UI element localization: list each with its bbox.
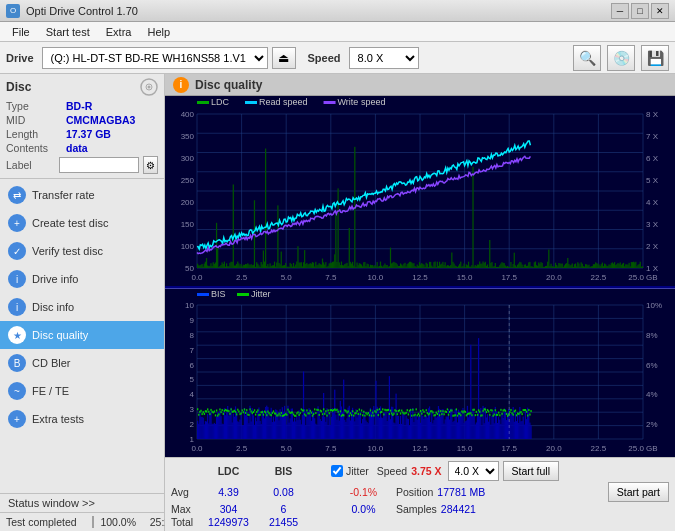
speed-label: Speed <box>308 52 341 64</box>
bottom-chart <box>165 289 675 457</box>
type-val: BD-R <box>66 100 92 112</box>
contents-val: data <box>66 142 88 154</box>
maximize-button[interactable]: □ <box>631 3 649 19</box>
verify-icon: ✓ <box>8 242 26 260</box>
close-button[interactable]: ✕ <box>651 3 669 19</box>
jitter-checkbox[interactable] <box>331 465 343 477</box>
eject-button[interactable]: ⏏ <box>272 47 296 69</box>
speed-select[interactable]: 8.0 X <box>349 47 419 69</box>
title-bar: O Opti Drive Control 1.70 ─ □ ✕ <box>0 0 675 22</box>
nav-disc-quality[interactable]: ★ Disc quality <box>0 321 164 349</box>
minimize-button[interactable]: ─ <box>611 3 629 19</box>
nav-disc-info-label: Disc info <box>32 301 74 313</box>
max-ldc: 304 <box>201 503 256 515</box>
ldc-header: LDC <box>201 465 256 477</box>
nav-verify-test-disc[interactable]: ✓ Verify test disc <box>0 237 164 265</box>
drive-label: Drive <box>6 52 34 64</box>
nav-transfer-rate-label: Transfer rate <box>32 189 95 201</box>
progress-bar <box>92 516 94 528</box>
avg-label: Avg <box>171 486 201 498</box>
test-completed-row: Test completed 100.0% 25:24 <box>0 512 164 531</box>
sidebar: Disc Type BD-R MID CMCMAGBA3 Length <box>0 74 165 531</box>
samples-value: 284421 <box>441 503 476 515</box>
disc-panel: Disc Type BD-R MID CMCMAGBA3 Length <box>0 74 164 179</box>
progress-percent: 100.0% <box>100 516 136 528</box>
samples-label: Samples <box>396 503 437 515</box>
avg-ldc: 4.39 <box>201 486 256 498</box>
nav-drive-info[interactable]: i Drive info <box>0 265 164 293</box>
cd-bler-icon: B <box>8 354 26 372</box>
app-icon: O <box>6 4 20 18</box>
main-layout: Disc Type BD-R MID CMCMAGBA3 Length <box>0 74 675 531</box>
speed-display: 3.75 X <box>411 465 441 477</box>
disc-quality-header: i Disc quality <box>165 74 675 96</box>
status-window-button[interactable]: Status window >> <box>8 497 95 509</box>
max-bis: 6 <box>256 503 311 515</box>
nav-fe-te-label: FE / TE <box>32 385 69 397</box>
drive-select[interactable]: (Q:) HL-DT-ST BD-RE WH16NS58 1.V1 <box>42 47 268 69</box>
nav-cd-bler-label: CD Bler <box>32 357 71 369</box>
charts-area <box>165 96 675 457</box>
disc-quality-icon: ★ <box>8 326 26 344</box>
svg-point-2 <box>148 86 151 89</box>
bis-header: BIS <box>256 465 311 477</box>
length-val: 17.37 GB <box>66 128 111 140</box>
contents-key: Contents <box>6 142 66 154</box>
stats-panel: LDC BIS Jitter Speed 3.75 X 4.0 X 8.0 X … <box>165 457 675 531</box>
nav-extra-tests-label: Extra tests <box>32 413 84 425</box>
disc-quality-header-icon: i <box>173 77 189 93</box>
nav-fe-te[interactable]: ~ FE / TE <box>0 377 164 405</box>
total-bis: 21455 <box>256 516 311 528</box>
length-key: Length <box>6 128 66 140</box>
fe-te-icon: ~ <box>8 382 26 400</box>
create-test-icon: + <box>8 214 26 232</box>
label-key: Label <box>6 159 55 171</box>
disc-icon <box>140 78 158 96</box>
nav-disc-quality-label: Disc quality <box>32 329 88 341</box>
avg-jitter: -0.1% <box>331 486 396 498</box>
action-buttons: Start full <box>503 461 560 481</box>
position-value: 17781 MB <box>437 486 485 498</box>
speed-header: Speed <box>377 465 407 477</box>
nav-create-test-disc[interactable]: + Create test disc <box>0 209 164 237</box>
label-settings-button[interactable]: ⚙ <box>143 156 158 174</box>
position-label: Position <box>396 486 433 498</box>
save-button[interactable]: 💾 <box>641 45 669 71</box>
top-chart-canvas <box>165 96 675 286</box>
label-input[interactable] <box>59 157 139 173</box>
disc-panel-title: Disc <box>6 80 31 94</box>
nav-create-label: Create test disc <box>32 217 108 229</box>
disc-quality-title: Disc quality <box>195 78 262 92</box>
menu-start-test[interactable]: Start test <box>38 24 98 40</box>
scan-button[interactable]: 🔍 <box>573 45 601 71</box>
menu-file[interactable]: File <box>4 24 38 40</box>
bottom-chart-canvas <box>165 289 675 457</box>
drive-toolbar: Drive (Q:) HL-DT-ST BD-RE WH16NS58 1.V1 … <box>0 42 675 74</box>
nav-items: ⇄ Transfer rate + Create test disc ✓ Ver… <box>0 179 164 493</box>
nav-transfer-rate[interactable]: ⇄ Transfer rate <box>0 181 164 209</box>
nav-disc-info[interactable]: i Disc info <box>0 293 164 321</box>
status-window-area: Status window >> <box>0 493 164 512</box>
menu-bar: File Start test Extra Help <box>0 22 675 42</box>
burn-button[interactable]: 💿 <box>607 45 635 71</box>
type-key: Type <box>6 100 66 112</box>
start-full-button[interactable]: Start full <box>503 461 560 481</box>
avg-bis: 0.08 <box>256 486 311 498</box>
content-area: i Disc quality LDC BIS J <box>165 74 675 531</box>
nav-drive-info-label: Drive info <box>32 273 78 285</box>
menu-extra[interactable]: Extra <box>98 24 140 40</box>
mid-key: MID <box>6 114 66 126</box>
total-ldc: 1249973 <box>201 516 256 528</box>
disc-info-icon: i <box>8 298 26 316</box>
window-controls: ─ □ ✕ <box>611 3 669 19</box>
test-completed-label: Test completed <box>6 516 86 528</box>
nav-cd-bler[interactable]: B CD Bler <box>0 349 164 377</box>
transfer-rate-icon: ⇄ <box>8 186 26 204</box>
menu-help[interactable]: Help <box>139 24 178 40</box>
speed-select-stats[interactable]: 4.0 X 8.0 X <box>448 461 499 481</box>
top-chart <box>165 96 675 289</box>
max-jitter: 0.0% <box>331 503 396 515</box>
start-part-button[interactable]: Start part <box>608 482 669 502</box>
jitter-header: Jitter <box>346 465 369 477</box>
nav-extra-tests[interactable]: + Extra tests <box>0 405 164 433</box>
